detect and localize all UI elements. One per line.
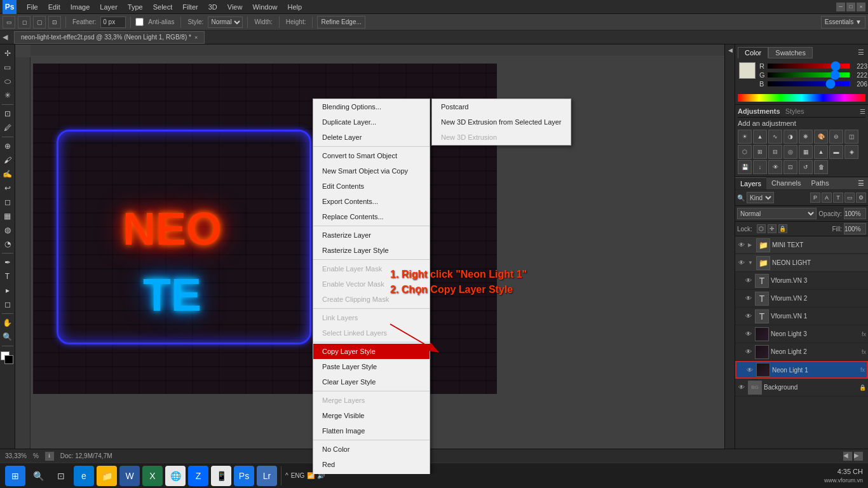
selection-tool-3[interactable]: ▢ [33,16,46,29]
style-select[interactable]: Normal [208,17,243,28]
ctx-no-color[interactable]: No Color [313,442,430,457]
adj-photo-filter[interactable]: ⬡ [738,145,752,159]
filter-adjustment[interactable]: A [822,193,832,203]
layer-neon1-visibility[interactable]: 👁 [745,365,754,374]
lasso-tool[interactable]: ⬭ [1,75,14,88]
layer-vforum2-visibility[interactable]: 👁 [744,294,753,303]
menu-help[interactable]: Help [283,0,308,14]
layer-mini-text-visibility[interactable]: 👁 [737,241,746,250]
layer-vforum2[interactable]: 👁 T Vforum.VN 2 [735,290,868,308]
filter-shape[interactable]: ▭ [844,193,855,203]
ctx-copy-layer-style[interactable]: Copy Layer Style [313,344,430,359]
maximize-btn[interactable]: □ [846,3,855,11]
opacity-input[interactable] [844,208,866,219]
menu-3d[interactable]: 3D [203,0,222,14]
layer-neon-light-group[interactable]: 👁 ▼ 📁 NEON LIGHT [735,254,868,272]
ctx-orange[interactable]: Orange [313,472,430,474]
layer-neon-light-1[interactable]: 👁 Neon Light 1 fx [735,361,868,379]
zoom-tool[interactable]: 🔍 [1,330,14,343]
ctx-export-contents[interactable]: Export Contents... [313,194,430,209]
zalo-btn[interactable]: Z [188,466,208,486]
layer-neon2-visibility[interactable]: 👁 [744,348,753,356]
photoshop-btn[interactable]: Ps [234,466,254,486]
color-swatches[interactable] [1,351,15,365]
ctx-convert-smart[interactable]: Convert to Smart Object [313,148,430,163]
eyedropper-tool[interactable]: 🖉 [1,121,14,134]
adj-channel-mixer[interactable]: ⊞ [753,145,767,159]
refine-edge-btn[interactable]: Refine Edge... [317,16,365,29]
adj-icon-reset[interactable]: ↺ [799,160,813,174]
adj-curves[interactable]: ∿ [768,130,782,144]
blur-tool[interactable]: ◍ [1,224,14,236]
feather-input[interactable] [100,17,126,28]
text-tool[interactable]: T [1,270,14,283]
adj-threshold[interactable]: ▲ [814,145,828,159]
layer-mini-text-expand[interactable]: ▶ [748,242,754,248]
ctx-flatten-image[interactable]: Flatten Image [313,423,430,438]
menu-file[interactable]: File [22,0,43,14]
selection-tool-2[interactable]: ◻ [18,16,31,29]
essentials-btn[interactable]: Essentials ▼ [821,16,865,29]
channel-g-slider[interactable] [768,72,850,78]
adj-icon-apply[interactable]: ↓ [753,160,767,174]
layer-neon-light-visibility[interactable]: 👁 [737,259,746,268]
app5-btn[interactable]: 📱 [211,466,231,486]
menu-edit[interactable]: Edit [43,0,65,14]
start-btn[interactable]: ⊞ [5,466,25,486]
adj-brightness-contrast[interactable]: ☀ [738,130,752,144]
menu-view[interactable]: View [222,0,248,14]
layer-bg-visibility[interactable]: 👁 [737,383,746,392]
clone-stamp-tool[interactable]: ✍ [1,168,14,180]
channel-r-slider[interactable] [768,64,850,69]
layer-vforum1-visibility[interactable]: 👁 [744,312,753,321]
path-selection-tool[interactable]: ▸ [1,284,14,297]
dodge-tool[interactable]: ◔ [1,238,14,250]
tab-color[interactable]: Color [738,47,768,58]
eraser-tool[interactable]: ◻ [1,196,14,208]
lock-position-icon[interactable]: ✛ [768,224,776,233]
layer-neon-light-3[interactable]: 👁 Neon Light 3 fx [735,325,868,343]
submenu-new-3d-extrusion-selected[interactable]: New 3D Extrusion from Selected Layer [432,114,571,130]
ctx-rasterize-layer[interactable]: Rasterize Layer [313,227,430,243]
ctx-edit-contents[interactable]: Edit Contents [313,179,430,194]
adj-selective-color[interactable]: ◈ [844,145,858,159]
move-tool[interactable]: ✢ [1,47,14,60]
layer-neon-light-2[interactable]: 👁 Neon Light 2 fx [735,343,868,361]
ctx-replace-contents[interactable]: Replace Contents... [313,209,430,224]
layer-vforum1[interactable]: 👁 T Vforum.VN 1 [735,308,868,325]
layer-mini-text[interactable]: 👁 ▶ 📁 MINI TEXT [735,236,868,254]
filter-pixel[interactable]: P [810,193,820,203]
ctx-blending-options[interactable]: Blending Options... [313,99,430,114]
document-tab[interactable]: neon-light-text-effec2t.psd @ 33,3% (Neo… [14,31,205,44]
chrome-btn[interactable]: 🌐 [165,466,186,486]
filter-type[interactable]: T [833,193,843,203]
brush-tool[interactable]: 🖌 [1,154,14,166]
adj-levels[interactable]: ▲ [753,130,767,144]
adj-exposure[interactable]: ◑ [783,130,797,144]
status-nav-left[interactable]: ◀ [843,452,852,461]
task-view-btn[interactable]: ⊡ [51,466,71,486]
ctx-clear-layer-style[interactable]: Clear Layer Style [313,374,430,390]
ctx-paste-layer-style[interactable]: Paste Layer Style [313,359,430,374]
history-brush-tool[interactable]: ↩ [1,182,14,194]
ctx-rasterize-style[interactable]: Rasterize Layer Style [313,243,430,258]
adj-color-balance[interactable]: ⊖ [829,130,843,144]
filter-smart[interactable]: ⚙ [856,193,866,203]
word-btn[interactable]: W [119,466,140,486]
adj-icon-save[interactable]: 💾 [738,160,752,174]
panel-collapse-btn[interactable]: ◀ [3,33,8,41]
tab-paths[interactable]: Paths [806,177,834,189]
status-nav-right[interactable]: ▶ [854,452,863,461]
blend-mode-select[interactable]: Normal [737,208,817,219]
adj-icon-delete[interactable]: 🗑 [814,160,828,174]
anti-alias-checkbox[interactable] [135,18,144,26]
adj-color-lookup[interactable]: ⊟ [768,145,782,159]
layer-neon-light-expand[interactable]: ▼ [748,260,754,266]
color-preview[interactable] [739,62,756,79]
tab-layers[interactable]: Layers [735,177,766,189]
lock-pixels-icon[interactable]: ⬡ [757,224,766,233]
adj-posterize[interactable]: ▦ [799,145,813,159]
layer-vforum3-visibility[interactable]: 👁 [744,276,753,285]
submenu-postcard[interactable]: Postcard [432,99,571,114]
gradient-tool[interactable]: ▦ [1,210,14,222]
